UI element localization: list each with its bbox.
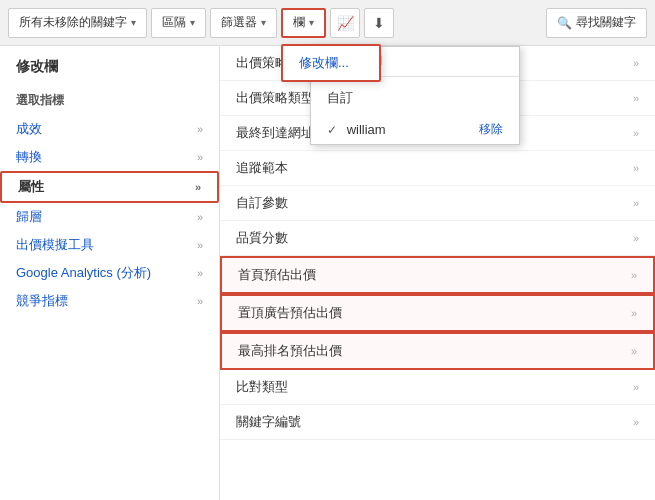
right-list-item[interactable]: 品質分數» [220, 221, 655, 256]
right-item-label: 關鍵字編號 [236, 413, 301, 431]
left-item-attribution[interactable]: 歸層» [0, 203, 219, 231]
left-item-conversion[interactable]: 轉換» [0, 143, 219, 171]
columns-btn[interactable]: 欄 ▾ [281, 8, 326, 38]
right-item-label: 追蹤範本 [236, 159, 288, 177]
left-item-label: 屬性 [18, 178, 44, 196]
left-item-label: 競爭指標 [16, 292, 68, 310]
chevron-right-icon: » [633, 92, 639, 104]
delete-saved-column-link[interactable]: 移除 [479, 121, 503, 138]
left-item-label: 成效 [16, 120, 42, 138]
customize-item[interactable]: 自訂 [311, 81, 519, 115]
right-item-label: 自訂參數 [236, 194, 288, 212]
filter-label: 篩選器 [221, 14, 257, 31]
chevron-right-icon: » [197, 295, 203, 307]
chevron-down-icon: ▾ [261, 17, 266, 28]
chevron-down-icon: ▾ [309, 17, 314, 28]
chevron-right-icon: » [633, 162, 639, 174]
left-item-label: 轉換 [16, 148, 42, 166]
left-item-bid-simulator[interactable]: 出價模擬工具» [0, 231, 219, 259]
right-list-item[interactable]: 最高排名預估出價» [220, 332, 655, 370]
chevron-right-icon: » [631, 269, 637, 281]
segment-label: 區隔 [162, 14, 186, 31]
left-item-label: 歸層 [16, 208, 42, 226]
toolbar: 所有未移除的關鍵字 ▾ 區隔 ▾ 篩選器 ▾ 欄 ▾ 修改欄... 📈 ⬇ 🔍 … [0, 0, 655, 46]
saved-column-item[interactable]: ✓ william 移除 [311, 115, 519, 144]
chevron-right-icon: » [631, 307, 637, 319]
chart-icon-btn[interactable]: 📈 [330, 8, 360, 38]
chevron-right-icon: » [633, 232, 639, 244]
left-item-competitive[interactable]: 競爭指標» [0, 287, 219, 315]
columns-btn-area: 欄 ▾ 修改欄... [281, 8, 326, 38]
right-list-item[interactable]: 比對類型» [220, 370, 655, 405]
chevron-down-icon: ▾ [190, 17, 195, 28]
chevron-right-icon: » [195, 181, 201, 193]
columns-dropdown: 修改欄... [281, 44, 381, 82]
chevron-right-icon: » [197, 123, 203, 135]
search-icon: 🔍 [557, 16, 572, 30]
chevron-right-icon: » [633, 416, 639, 428]
chevron-down-icon: ▾ [131, 17, 136, 28]
search-keywords-btn[interactable]: 🔍 尋找關鍵字 [546, 8, 647, 38]
main-area: 修改欄 選取指標 成效»轉換»屬性»歸層»出價模擬工具»Google Analy… [0, 46, 655, 500]
left-item-attribute[interactable]: 屬性» [0, 171, 219, 203]
chart-icon: 📈 [337, 15, 354, 31]
chevron-right-icon: » [197, 151, 203, 163]
chevron-right-icon: » [633, 197, 639, 209]
keywords-filter-label: 所有未移除的關鍵字 [19, 14, 127, 31]
chevron-right-icon: » [197, 239, 203, 251]
chevron-right-icon: » [633, 381, 639, 393]
right-list-item[interactable]: 首頁預估出價» [220, 256, 655, 294]
right-item-label: 比對類型 [236, 378, 288, 396]
segment-btn[interactable]: 區隔 ▾ [151, 8, 206, 38]
left-item-label: 出價模擬工具 [16, 236, 94, 254]
download-btn[interactable]: ⬇ [364, 8, 394, 38]
left-item-performance[interactable]: 成效» [0, 115, 219, 143]
right-list-item[interactable]: 關鍵字編號» [220, 405, 655, 440]
left-section-title: 選取指標 [0, 86, 219, 115]
right-item-label: 出價策略類型 [236, 89, 314, 107]
columns-label: 欄 [293, 14, 305, 31]
right-item-label: 最高排名預估出價 [238, 342, 342, 360]
chevron-right-icon: » [633, 57, 639, 69]
chevron-right-icon: » [197, 267, 203, 279]
check-icon: ✓ [327, 123, 337, 137]
right-item-label: 首頁預估出價 [238, 266, 316, 284]
left-item-label: Google Analytics (分析) [16, 264, 151, 282]
search-keywords-label: 尋找關鍵字 [576, 14, 636, 31]
left-panel: 修改欄 選取指標 成效»轉換»屬性»歸層»出價模擬工具»Google Analy… [0, 46, 220, 500]
right-item-label: 置頂廣告預估出價 [238, 304, 342, 322]
right-list-item[interactable]: 自訂參數» [220, 186, 655, 221]
filter-btn[interactable]: 篩選器 ▾ [210, 8, 277, 38]
right-item-label: 品質分數 [236, 229, 288, 247]
right-list-item[interactable]: 追蹤範本» [220, 151, 655, 186]
right-list-item[interactable]: 置頂廣告預估出價» [220, 294, 655, 332]
left-item-google-analytics[interactable]: Google Analytics (分析)» [0, 259, 219, 287]
right-item-label: 最終到達網址 [236, 124, 314, 142]
modify-columns-item[interactable]: 修改欄... [283, 46, 379, 80]
left-panel-title: 修改欄 [0, 58, 219, 86]
keywords-filter-btn[interactable]: 所有未移除的關鍵字 ▾ [8, 8, 147, 38]
download-icon: ⬇ [373, 15, 385, 31]
chevron-right-icon: » [633, 127, 639, 139]
chevron-right-icon: » [631, 345, 637, 357]
chevron-right-icon: » [197, 211, 203, 223]
